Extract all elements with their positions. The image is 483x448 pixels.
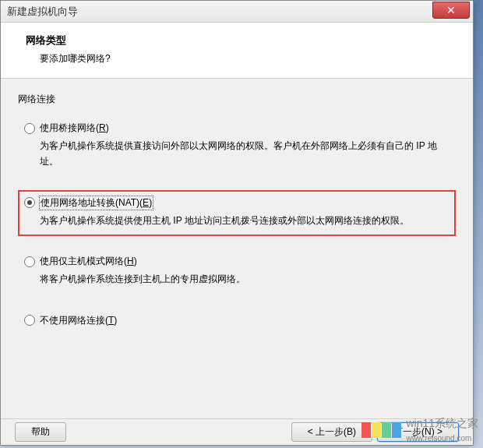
option-bridged-label: 使用桥接网络(R): [40, 122, 109, 135]
close-button[interactable]: ✕: [432, 2, 470, 19]
close-icon: ✕: [446, 4, 456, 16]
help-button[interactable]: 帮助: [15, 422, 66, 442]
back-button[interactable]: < 上一步(B): [291, 422, 372, 442]
watermark: win11系统之家 www.relsound.com: [361, 417, 478, 443]
option-hostonly-desc: 将客户机操作系统连接到主机上的专用虚拟网络。: [40, 271, 450, 287]
watermark-url: www.relsound.com: [406, 434, 471, 443]
option-hostonly[interactable]: 使用仅主机模式网络(H) 将客户机操作系统连接到主机上的专用虚拟网络。: [18, 250, 456, 293]
radio-bridged[interactable]: [24, 123, 35, 134]
page-title: 网络类型: [26, 34, 456, 48]
option-none[interactable]: 不使用网络连接(T): [18, 309, 456, 333]
content-panel: 网络连接 使用桥接网络(R) 为客户机操作系统提供直接访问外部以太网网络的权限。…: [1, 79, 473, 425]
option-nat-desc: 为客户机操作系统提供使用主机 IP 地址访问主机拨号连接或外部以太网网络连接的权…: [40, 213, 450, 228]
wizard-window: 新建虚拟机向导 ✕ 网络类型 要添加哪类网络? 网络连接 使用桥接网络(R) 为…: [0, 0, 474, 446]
option-bridged-desc: 为客户机操作系统提供直接访问外部以太网网络的权限。客户机在外部网络上必须有自己的…: [40, 138, 450, 170]
radio-none[interactable]: [24, 315, 35, 326]
option-hostonly-label: 使用仅主机模式网络(H): [40, 255, 137, 268]
option-nat-label: 使用网络地址转换(NAT)(E): [40, 196, 153, 210]
page-subtitle: 要添加哪类网络?: [40, 52, 456, 65]
option-none-label: 不使用网络连接(T): [40, 314, 117, 327]
option-nat[interactable]: 使用网络地址转换(NAT)(E) 为客户机操作系统提供使用主机 IP 地址访问主…: [18, 190, 456, 236]
section-label: 网络连接: [18, 93, 456, 106]
titlebar: 新建虚拟机向导 ✕: [1, 1, 473, 23]
watermark-text: win11系统之家: [406, 417, 478, 429]
logo-icon: [361, 422, 401, 438]
radio-nat[interactable]: [24, 197, 35, 208]
wizard-header: 网络类型 要添加哪类网络?: [1, 23, 473, 79]
option-bridged[interactable]: 使用桥接网络(R) 为客户机操作系统提供直接访问外部以太网网络的权限。客户机在外…: [18, 117, 456, 176]
radio-hostonly[interactable]: [24, 256, 35, 267]
window-title: 新建虚拟机向导: [7, 5, 78, 19]
